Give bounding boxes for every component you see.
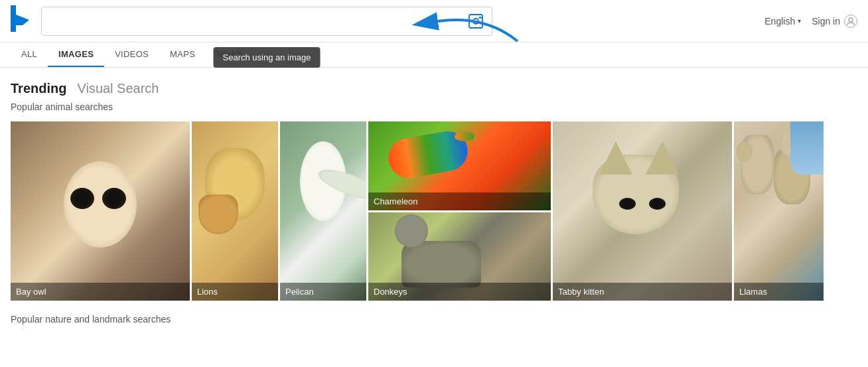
header: Search using an image English ▾ Sign in xyxy=(0,0,868,42)
section-subtitle-nature: Popular nature and landmark searches xyxy=(11,314,857,325)
image-label-donkeys: Donkeys xyxy=(368,283,551,301)
nav-tabs: ALL IMAGES VIDEOS MAPS NEWS xyxy=(0,42,868,68)
sign-in-label: Sign in xyxy=(812,16,840,27)
image-cell-lions[interactable]: Lions xyxy=(192,121,278,301)
camera-icon xyxy=(469,14,483,29)
image-label-pelican: Pelican xyxy=(280,283,366,301)
header-right: English ▾ Sign in xyxy=(764,15,857,28)
tab-all[interactable]: ALL xyxy=(11,42,48,67)
visual-search-tab-label[interactable]: Visual Search xyxy=(77,81,159,96)
image-cell-bay-owl[interactable]: Bay owl xyxy=(11,121,190,301)
image-label-chameleon: Chameleon xyxy=(368,192,551,210)
svg-point-7 xyxy=(849,18,853,22)
right-col: Chameleon Donkeys xyxy=(368,121,551,301)
image-label-lions: Lions xyxy=(192,283,278,301)
tab-news[interactable]: NEWS xyxy=(206,42,253,67)
image-cell-llamas[interactable]: Llamas xyxy=(734,121,824,301)
visual-search-button[interactable] xyxy=(466,11,486,31)
image-label-tabby: Tabby kitten xyxy=(553,283,732,301)
search-bar-container: Search using an image xyxy=(41,7,492,36)
language-label: English xyxy=(764,16,795,27)
animal-image-grid: Bay owl Lions Pelican Chameleon xyxy=(11,121,857,301)
tab-images[interactable]: IMAGES xyxy=(48,42,104,67)
chevron-down-icon: ▾ xyxy=(798,17,801,25)
svg-rect-0 xyxy=(11,5,16,32)
section-header: Trending Visual Search xyxy=(11,81,857,96)
svg-point-2 xyxy=(473,19,478,24)
svg-line-3 xyxy=(479,17,480,19)
main-content: Trending Visual Search Popular animal se… xyxy=(0,68,868,325)
image-cell-chameleon[interactable]: Chameleon xyxy=(368,121,551,210)
tab-maps[interactable]: MAPS xyxy=(159,42,206,67)
image-cell-pelican[interactable]: Pelican xyxy=(280,121,366,301)
tab-videos[interactable]: VIDEOS xyxy=(104,42,159,67)
bing-logo[interactable] xyxy=(11,5,31,37)
image-label-llamas: Llamas xyxy=(734,283,824,301)
language-selector[interactable]: English ▾ xyxy=(764,16,801,27)
trending-label: Trending xyxy=(11,81,66,96)
image-cell-donkeys[interactable]: Donkeys xyxy=(368,212,551,301)
image-label-bay-owl: Bay owl xyxy=(11,283,190,301)
svg-rect-1 xyxy=(469,15,482,28)
user-icon xyxy=(844,15,857,28)
sign-in-button[interactable]: Sign in xyxy=(812,15,857,28)
image-cell-tabby[interactable]: Tabby kitten xyxy=(553,121,732,301)
search-input[interactable] xyxy=(41,7,492,36)
section-subtitle-animals: Popular animal searches xyxy=(11,102,857,112)
